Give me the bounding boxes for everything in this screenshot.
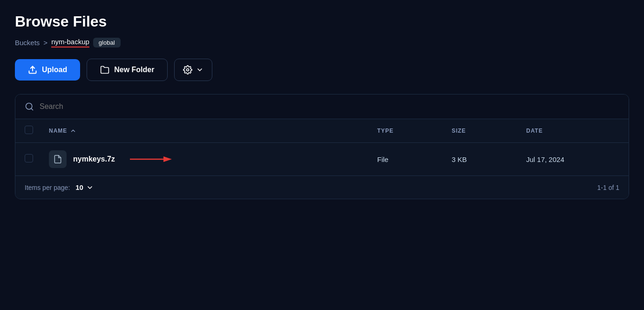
- select-all-checkbox[interactable]: [25, 126, 33, 134]
- file-icon: [53, 155, 62, 164]
- new-folder-button[interactable]: New Folder: [87, 59, 168, 81]
- breadcrumb-separator: >: [43, 39, 47, 47]
- breadcrumb-buckets[interactable]: Buckets: [15, 39, 40, 47]
- items-per-page-value: 10: [75, 183, 83, 191]
- table-header: NAME TYPE SIZE DATE: [15, 119, 629, 143]
- sort-asc-icon: [70, 128, 76, 134]
- items-per-page-select[interactable]: 10: [75, 183, 94, 191]
- pagination-bar: Items per page: 10 1-1 of 1: [15, 176, 629, 199]
- file-date: Jul 17, 2024: [526, 155, 619, 163]
- svg-line-3: [31, 108, 33, 110]
- svg-point-1: [187, 69, 189, 71]
- file-name-cell: nymkeys.7z: [49, 150, 377, 168]
- settings-button[interactable]: [174, 59, 212, 81]
- upload-icon: [28, 65, 37, 74]
- column-header-type[interactable]: TYPE: [377, 128, 452, 134]
- pagination-range: 1-1 of 1: [597, 184, 619, 191]
- search-bar: [15, 94, 629, 119]
- file-panel: NAME TYPE SIZE DATE nymkeys.7z: [15, 94, 629, 199]
- row-checkbox-cell: [25, 154, 49, 164]
- file-icon-wrapper: [49, 150, 67, 168]
- upload-button[interactable]: Upload: [15, 59, 80, 81]
- column-header-date[interactable]: DATE: [526, 128, 619, 134]
- folder-icon: [100, 65, 109, 74]
- column-header-name[interactable]: NAME: [49, 128, 377, 134]
- page-title: Browse Files: [15, 13, 629, 30]
- column-header-size[interactable]: SIZE: [452, 128, 526, 134]
- arrow-annotation: [130, 155, 172, 164]
- chevron-down-icon: [86, 184, 94, 191]
- toolbar: Upload New Folder: [15, 59, 629, 81]
- row-checkbox[interactable]: [25, 154, 33, 162]
- file-name-text[interactable]: nymkeys.7z: [73, 155, 115, 163]
- table-row: nymkeys.7z File 3 KB Jul 17, 2024: [15, 143, 629, 176]
- breadcrumb-tag[interactable]: global: [93, 38, 121, 47]
- search-icon: [25, 102, 34, 111]
- gear-icon: [183, 65, 192, 74]
- file-type: File: [377, 155, 452, 163]
- search-input[interactable]: [40, 102, 619, 111]
- breadcrumb: Buckets > nym-backup global: [15, 38, 629, 47]
- file-size: 3 KB: [452, 155, 526, 163]
- items-per-page-control: Items per page: 10: [25, 183, 94, 191]
- svg-marker-5: [163, 156, 172, 162]
- breadcrumb-current[interactable]: nym-backup: [51, 38, 89, 47]
- items-per-page-label: Items per page:: [25, 184, 70, 191]
- chevron-down-icon: [196, 66, 203, 74]
- select-all-checkbox-cell: [25, 126, 49, 136]
